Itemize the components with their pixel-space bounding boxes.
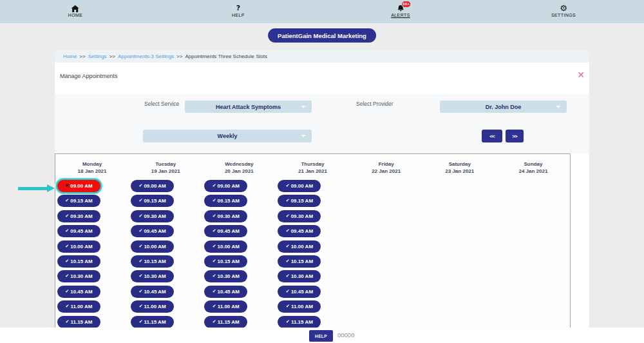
time-slot[interactable]: ✔09.45 AM — [278, 225, 321, 237]
nav-item-label: ALERTS — [391, 13, 410, 17]
time-slot[interactable]: ✔09.15 AM — [278, 195, 321, 207]
check-icon: ✔ — [286, 304, 290, 309]
slot-time-label: 11.00 AM — [218, 304, 240, 309]
day-header: Sunday24 Jan 2021 — [497, 161, 570, 175]
breadcrumb: Home>>Settings>>Appointments-3 Settings>… — [55, 50, 589, 63]
provider-select[interactable]: Dr. John Doe — [440, 101, 567, 113]
time-slot[interactable]: ✔09.45 AM — [204, 225, 247, 237]
time-slot[interactable]: ✔09.15 AM — [57, 195, 100, 207]
slot-time-label: 09.45 AM — [291, 228, 313, 234]
time-slot[interactable]: ✔09.30 AM — [278, 210, 321, 222]
check-icon: ✔ — [139, 259, 143, 264]
check-icon: ✔ — [213, 289, 216, 294]
time-slot[interactable]: ✔10.30 AM — [278, 270, 321, 282]
time-slot[interactable]: ✔09.30 AM — [131, 210, 174, 222]
time-slot[interactable]: ✔09.45 AM — [131, 225, 174, 237]
day-header: Tuesday19 Jan 2021 — [129, 161, 202, 175]
time-slot[interactable]: ✔10.45 AM — [131, 286, 174, 298]
time-slot[interactable]: ✔09.00 AM — [278, 180, 321, 192]
chevron-down-icon — [301, 106, 306, 108]
breadcrumb-link[interactable]: Settings — [88, 54, 107, 59]
time-slot[interactable]: ✔10.30 AM — [131, 270, 174, 282]
time-slot[interactable]: ✔09.00 AM — [204, 180, 247, 192]
check-icon: ✔ — [139, 184, 143, 188]
check-icon: ✔ — [286, 274, 290, 279]
breadcrumb-link[interactable]: Appointments-3 Settings — [118, 54, 174, 59]
time-slot[interactable]: ✔11.00 AM — [278, 300, 321, 313]
time-slot[interactable]: ✔09.30 AM — [57, 210, 100, 222]
time-slot[interactable]: ✔10.15 AM — [57, 255, 100, 268]
check-icon: ✔ — [66, 320, 70, 324]
time-slot[interactable]: ✔10.00 AM — [204, 240, 247, 253]
slot-time-label: 10.30 AM — [291, 273, 313, 279]
period-select-value: Weekly — [218, 133, 238, 139]
check-icon: ✔ — [65, 229, 69, 233]
time-slot[interactable]: ✔11.15 AM — [57, 316, 100, 328]
next-week-button[interactable]: >> — [506, 130, 524, 142]
nav-item-home[interactable]: HOME — [68, 4, 83, 17]
previous-week-button[interactable]: << — [482, 130, 502, 142]
check-icon: ✔ — [139, 229, 143, 233]
time-slot[interactable]: ✔10.45 AM — [204, 286, 247, 298]
slot-time-label: 09.30 AM — [218, 213, 240, 219]
day-column-thursday: Thursday21 Jan 2021✔09.00 AM✔09.15 AM✔09… — [276, 154, 349, 328]
check-icon: ✔ — [213, 244, 216, 249]
time-slot[interactable]: ✔10.30 AM — [57, 270, 100, 282]
time-slot[interactable]: ✔10.15 AM — [278, 255, 321, 268]
period-select[interactable]: Weekly — [143, 130, 312, 142]
time-slot[interactable]: ✔09.15 AM — [131, 195, 174, 207]
day-date: 24 Jan 2021 — [497, 168, 570, 175]
time-slot[interactable]: ✔10.45 AM — [278, 286, 321, 298]
time-slot[interactable]: ✔11.00 AM — [131, 300, 174, 313]
time-slot[interactable]: ✔10.15 AM — [204, 255, 247, 268]
nav-item-alerts[interactable]: 10+ALERTS — [391, 4, 410, 17]
day-date: 19 Jan 2021 — [129, 168, 202, 175]
check-icon: ✔ — [65, 214, 69, 219]
close-icon[interactable]: ✕ — [577, 70, 585, 79]
slot-time-label: 10.00 AM — [218, 244, 240, 250]
gear-icon: ⚙ — [560, 4, 567, 12]
service-select[interactable]: Heart Attack Symptoms — [185, 101, 312, 113]
week-calendar-grid: Monday18 Jan 2021✖09.00 AM✔09.15 AM✔09.3… — [55, 153, 571, 328]
time-slot[interactable]: ✔09.45 AM — [57, 225, 100, 237]
check-icon: ✔ — [139, 274, 143, 279]
time-slot[interactable]: ✔11.00 AM — [204, 300, 247, 313]
time-slot[interactable]: ✔11.15 AM — [278, 316, 321, 328]
check-icon: ✔ — [65, 199, 69, 203]
check-icon: ✔ — [286, 244, 290, 249]
time-slot[interactable]: ✔09.00 AM — [131, 180, 174, 192]
slot-time-label: 09.00 AM — [291, 183, 313, 189]
check-icon: ✔ — [213, 229, 216, 233]
time-slot[interactable]: ✔11.00 AM — [57, 300, 100, 313]
slot-time-label: 09.45 AM — [70, 228, 92, 234]
slot-time-label: 09.00 AM — [218, 183, 240, 189]
nav-item-settings[interactable]: ⚙SETTINGS — [551, 4, 576, 17]
slot-time-label: 09.15 AM — [218, 198, 240, 204]
day-date: 22 Jan 2021 — [350, 168, 423, 175]
brand-button[interactable]: PatientGain Medical Marketing — [268, 28, 376, 43]
check-icon: ✔ — [139, 199, 143, 203]
breadcrumb-link[interactable]: Home — [63, 54, 77, 59]
slot-time-label: 10.45 AM — [218, 289, 240, 295]
slot-time-label: 10.30 AM — [70, 273, 92, 279]
time-slot[interactable]: ✔10.00 AM — [131, 240, 174, 253]
time-slot[interactable]: ✔10.30 AM — [204, 270, 247, 282]
nav-item-label: HOME — [68, 13, 83, 17]
time-slot[interactable]: ✔10.00 AM — [57, 240, 100, 253]
time-slot[interactable]: ✔10.15 AM — [131, 255, 174, 268]
check-icon: ✔ — [65, 274, 69, 279]
time-slot[interactable]: ✔09.15 AM — [204, 195, 247, 207]
slot-time-label: 10.15 AM — [218, 259, 240, 264]
day-header: Wednesday20 Jan 2021 — [202, 161, 276, 175]
day-name: Tuesday — [129, 161, 202, 168]
nav-item-help[interactable]: ?HELP — [232, 4, 245, 17]
time-slot-blocked[interactable]: ✖09.00 AM — [57, 180, 100, 192]
time-slot[interactable]: ✔11.15 AM — [204, 316, 247, 328]
time-slot[interactable]: ✔10.45 AM — [57, 286, 100, 298]
slot-time-label: 09.30 AM — [144, 213, 166, 219]
time-slot[interactable]: ✔09.30 AM — [204, 210, 247, 222]
help-button[interactable]: HELP — [309, 330, 333, 342]
time-slot[interactable]: ✔10.00 AM — [278, 240, 321, 253]
check-icon: ✔ — [139, 304, 143, 309]
time-slot[interactable]: ✔11.15 AM — [131, 316, 174, 328]
